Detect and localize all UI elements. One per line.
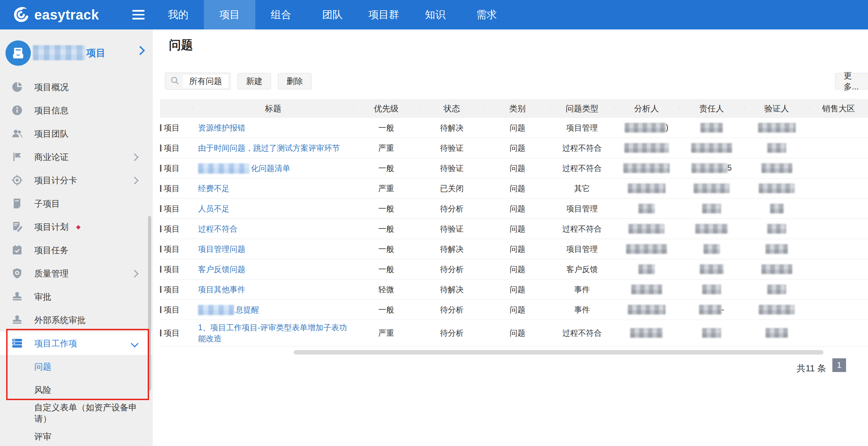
brand-logo[interactable]: easytrack	[12, 0, 99, 29]
cell-owner	[679, 141, 744, 155]
redacted-text	[766, 328, 788, 338]
issue-title-link[interactable]: 资源维护报错	[198, 123, 245, 132]
flag-icon	[11, 151, 23, 163]
issue-title-link[interactable]: 项目管理问题	[198, 245, 245, 253]
task-icon	[11, 244, 23, 256]
cell-scope: 项目	[160, 282, 193, 297]
column-header-2[interactable]: 优先级	[354, 103, 419, 114]
cell-analyst	[614, 161, 679, 175]
cell-type: 事件	[550, 282, 614, 297]
sidebar-item-label: 评审	[34, 431, 51, 442]
sidebar-item-label: 项目团队	[34, 128, 69, 139]
sidebar-scrollbar[interactable]	[148, 216, 151, 391]
table-row-1: 项目由于时间问题，跳过了测试方案评审环节严重待验证问题过程不符合	[160, 138, 868, 158]
cell-owner	[679, 222, 744, 236]
redacted-text	[692, 163, 728, 173]
nav-item-0[interactable]: 我的	[152, 0, 204, 29]
delete-button[interactable]: 删除	[278, 73, 311, 89]
sidebar-item-label: 项目计分卡	[34, 175, 77, 186]
cell-title: 人员不足	[193, 201, 354, 216]
issue-title-link[interactable]: 1、项目工作项目-评审类型表单增加子表功能改造	[198, 323, 347, 343]
project-header[interactable]: 项目	[0, 29, 152, 75]
column-header-6[interactable]: 分析人	[614, 103, 679, 114]
nav-item-3[interactable]: 团队	[307, 0, 358, 29]
column-header-4[interactable]: 类别	[485, 103, 550, 114]
cell-title: 项目其他事件	[193, 282, 354, 297]
filter-dropdown[interactable]: 所有问题	[165, 73, 231, 90]
cell-scope: 项目	[160, 302, 193, 317]
new-button[interactable]: 新建	[237, 73, 271, 89]
cell-owner	[679, 326, 744, 340]
sidebar-item-10[interactable]: 外部系统审批	[0, 308, 152, 332]
sidebar-item-12[interactable]: 问题	[0, 355, 152, 378]
table-row-4: 项目人员不足一般待分析问题项目管理	[160, 199, 868, 219]
cell-priority: 一般	[354, 222, 419, 236]
chevron-right-icon	[131, 270, 139, 278]
sidebar-item-0[interactable]: 项目概况	[0, 75, 152, 99]
redacted-text	[702, 328, 721, 338]
issue-title-link[interactable]: 过程不符合	[198, 224, 237, 233]
sidebar-item-6[interactable]: 项目计划◆	[0, 215, 152, 238]
cell-category: 问题	[485, 302, 550, 317]
cell-type: 项目管理	[550, 242, 614, 257]
issue-title-link[interactable]: 由于时间问题，跳过了测试方案评审环节	[198, 144, 340, 152]
issue-title-link[interactable]: 息提醒	[235, 305, 259, 314]
column-header-7[interactable]: 责任人	[679, 103, 744, 114]
cell-title: 化问题清单	[193, 161, 354, 176]
cell-scope: 项目	[160, 326, 193, 340]
project-name-suffix: 项目	[86, 47, 106, 60]
sidebar-item-13[interactable]: 风险	[0, 378, 152, 401]
issue-title-link[interactable]: 客户反馈问题	[198, 265, 245, 274]
sidebar-item-15[interactable]: 评审	[0, 425, 152, 446]
cell-sales-region	[809, 267, 868, 271]
column-header-9[interactable]: 销售大区	[809, 103, 868, 114]
issue-title-link[interactable]: 人员不足	[198, 204, 230, 213]
nav-item-1[interactable]: 项目	[204, 0, 255, 29]
cell-sales-region	[809, 146, 868, 150]
sidebar-item-7[interactable]: 项目任务	[0, 238, 152, 262]
redacted-text	[638, 204, 655, 213]
sidebar-item-1[interactable]: 项目信息	[0, 99, 152, 122]
nav-item-5[interactable]: 知识	[409, 0, 461, 29]
easytrack-logo-icon	[12, 6, 30, 24]
cell-title: 由于时间问题，跳过了测试方案评审环节	[193, 140, 354, 156]
column-header-8[interactable]: 验证人	[744, 103, 809, 114]
nav-item-6[interactable]: 需求	[461, 0, 512, 29]
cell-status: 待分析	[419, 326, 485, 340]
issue-title-link[interactable]: 项目其他事件	[198, 285, 245, 294]
column-header-5[interactable]: 问题类型	[550, 103, 614, 114]
nav-item-2[interactable]: 组合	[255, 0, 307, 29]
sidebar-item-9[interactable]: 审批	[0, 285, 152, 308]
cell-type: 项目管理	[550, 121, 614, 135]
cell-category: 问题	[485, 242, 550, 257]
hamburger-menu-icon[interactable]	[127, 0, 149, 29]
cell-owner	[679, 242, 744, 256]
table-row-9: 项目息提醒一般待分析问题事件-	[160, 300, 868, 320]
sidebar-item-5[interactable]: 子项目	[0, 192, 152, 215]
cell-status: 待验证	[419, 222, 485, 236]
sidebar-item-11[interactable]: 项目工作项	[0, 332, 152, 355]
filter-value[interactable]: 所有问题	[183, 75, 228, 88]
sidebar-item-4[interactable]: 项目计分卡	[0, 169, 152, 192]
sidebar-item-3[interactable]: 商业论证	[0, 145, 152, 169]
cell-sales-region	[809, 308, 868, 312]
more-button[interactable]: 更多...	[835, 73, 868, 89]
table-row-10: 项目1、项目工作项目-评审类型表单增加子表功能改造严重待分析问题过程不符合	[160, 320, 868, 346]
sidebar-item-2[interactable]: 项目团队	[0, 122, 152, 145]
target-icon	[11, 174, 23, 186]
cell-scope: 项目	[160, 262, 193, 277]
nav-item-4[interactable]: 项目群	[358, 0, 409, 29]
issue-title-link[interactable]: 经费不足	[198, 184, 230, 193]
column-header-3[interactable]: 状态	[419, 103, 485, 114]
column-header-1[interactable]: 标题	[193, 103, 354, 114]
issue-title-link[interactable]: 化问题清单	[251, 164, 290, 173]
project-expand-chevron-icon[interactable]	[136, 46, 145, 55]
horizontal-scrollbar[interactable]	[294, 350, 823, 355]
sidebar-item-8[interactable]: 质量管理	[0, 262, 152, 285]
cell-status: 待解决	[419, 282, 485, 297]
cell-status: 待验证	[419, 141, 485, 156]
cell-scope: 项目	[160, 161, 193, 176]
page-number-badge[interactable]: 1	[832, 358, 846, 372]
redacted-text	[702, 204, 721, 213]
sidebar-item-14[interactable]: 自定义表单（如资产设备申请）	[0, 401, 152, 425]
